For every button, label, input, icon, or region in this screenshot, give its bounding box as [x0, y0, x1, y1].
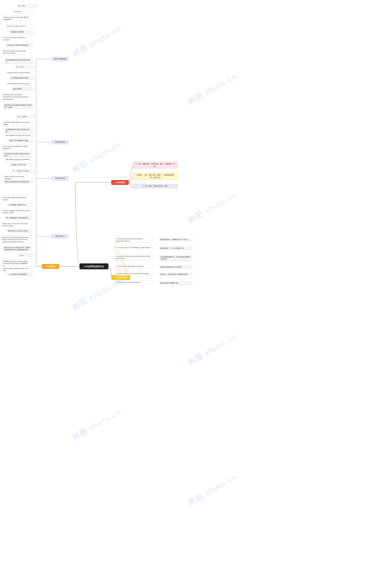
zh-procession: 他跑去看游行。 [11, 87, 34, 91]
branch-usage: rush的用法 [42, 264, 59, 269]
example-5-zh: 想到这点，他突然感到一阵强烈的恐慌。 [159, 273, 192, 276]
example-6-en: 6. A rush of air on my face woke me. [114, 281, 152, 284]
example-3-en: 3. During the evening rush hour it was o… [114, 254, 152, 260]
zh-slow-down: 别急急忙忙,慢慢来。 [10, 30, 35, 34]
sentence-breakfast: Don't rush your breakfast; you'll get in… [1, 145, 32, 150]
zh-wagons: 人们向着前三辆货车奔去。 [7, 203, 32, 207]
formula-intrans-2: S+ – +to-v [15, 65, 36, 69]
zh-rushed-home: 然后,她急匆匆赶回家,把消息告诉家人。 [4, 58, 32, 64]
branch-examples: rush的用法例句 [111, 275, 130, 280]
zh-space-prog: 新的大空计划一经批准,许多厂商就竞相向政府争取可以大赚其钱的合同。 [3, 246, 32, 252]
zh-buy-shares: 人们抢着购买股份交股票。 [10, 76, 35, 80]
sentence-new-film: There's been a rush to see the new film. [2, 267, 32, 273]
sentence-shoppers: The first shoppers made a rush for the b… [1, 209, 32, 215]
zh-accident: 不要这么赶,否则你可能会出事。 [6, 43, 33, 47]
formula-ditrans: S+ – +pron./n.+n./pron. [11, 169, 38, 173]
zh-shoppers: 第一批顾客涌向了减价商品柜台。 [5, 216, 32, 220]
svg-line-20 [152, 267, 159, 267]
zh-indians: 印第安人冲进了村落。 [10, 163, 32, 167]
watermark-6: 树图 shutu.cn [186, 331, 239, 368]
zh-exits: 电影结束后,人流向出口涌去。 [7, 229, 32, 233]
sentence-mr-watts: Mr.Watts has been no rush to give a reci… [1, 260, 32, 268]
root-node: rush的用法总结大全 [80, 263, 108, 269]
label-noun: 用作名词(n.) [52, 234, 68, 238]
example-2-en: 2. I've got to rush. Got a meeting in a … [114, 246, 152, 249]
sentence-accident: Do not rush or you may have an accident. [2, 36, 31, 42]
watermark-1: 树图 shutu.cn [70, 23, 123, 59]
watermark-4: 树图 shutu.cn [186, 189, 239, 226]
formula-intrans-1: S+ –(+A) [17, 4, 38, 8]
example-2-zh: 我得赶紧走了。几分钟后要开个会。 [159, 246, 192, 250]
zh-frost: 就在霜冻之前,各地的农民都急忙往地里浇了一遍水。 [3, 103, 33, 109]
sentence-please-rush: Please rush me your current catalogue. [3, 175, 32, 181]
svg-line-8 [129, 166, 133, 182]
sentence-people-rushed: People rushed to buy the shares. [6, 71, 35, 74]
zh-breakfast: 不要急急忙忙吃早饭,不然你会消化不良的。 [3, 152, 32, 158]
zh-new-film: 人们争先恐后去看新摄影片。 [7, 273, 32, 276]
sentence-plenty-time: We have plenty of time.别忙,我们有充裕的时间。 [2, 16, 31, 21]
meaning-vt: vt.突袭；（使）仓促行事；催促；（为物色招募目的）特别关注 [133, 173, 178, 179]
watermark-7: 树图 shutu.cn [70, 407, 123, 443]
watermark-8: 树图 shutu.cn [186, 472, 239, 508]
example-5-en: 5. He felt a sudden rush of panic at the… [114, 272, 152, 275]
sentence-dont-rush: Don't rush. [13, 10, 35, 13]
example-1-zh: 我真不想催你，但我稍后还有一个约会。 [159, 238, 192, 242]
formula-noun-tov: – +to-v [17, 253, 34, 257]
sentence-rushed-home: Then she rushed home to tell the news to… [1, 49, 31, 55]
example-6-zh: 脸上吹过的气流惊醒了我。 [159, 281, 192, 285]
sentence-take-while: It will take a little while, we can't ru… [2, 121, 32, 126]
sentence-frost: Just before the frost farmers everywhere… [1, 93, 32, 101]
sentence-rush-made: A rush was made at the first three wagon… [1, 196, 32, 202]
connector-lines [0, 0, 370, 588]
mind-map: 树图 shutu.cn 树图 shutu.cn 树图 shutu.cn 树图 s… [0, 0, 370, 588]
svg-line-21 [152, 274, 159, 275]
sentence-exits: There was a rush for the exits when the … [1, 222, 32, 228]
label-intransitive: 用作不及物动词 [52, 57, 68, 61]
example-4-zh: 我得在交通高峰时间行车8英里。 [159, 265, 192, 269]
example-1-en: 1. I hate to rush you but I have another… [114, 237, 152, 243]
formula-trans-1: S+ – n./pron. [17, 115, 38, 118]
svg-line-19 [152, 258, 159, 258]
sentence-he-rushed: He rushed to see the procession. [6, 82, 35, 85]
svg-line-10 [129, 182, 133, 188]
svg-line-17 [152, 240, 159, 240]
sentence-indians: The Indians rushed the settlement. [4, 158, 33, 161]
sentence-space-prog: When the new space programme was agreed,… [1, 236, 32, 244]
example-3-zh: 在交通的晚高峰时段，这里通常被车辆堵得水泄不通。 [159, 255, 192, 261]
branch-meaning: rush的意思 [111, 180, 129, 185]
label-transitive: 用作及物动词 [52, 140, 68, 144]
zh-catalogue: 请将你们现有的目录尽速寄来为盼。 [4, 180, 32, 184]
example-4-en: 4. I had to drive eight miles at rush ho… [114, 264, 152, 268]
zh-this-work: 这种工作不能匆匆忙忙地做。 [8, 139, 33, 142]
label-ditransitive: 用作双宾动词 [52, 176, 68, 180]
sentence-take-time: Don't rush, take your time. [6, 24, 35, 28]
watermark-3: 树图 shutu.cn [70, 139, 123, 175]
svg-line-9 [129, 177, 133, 182]
meaning-n: n. 冲；匆忙；繁忙的活动；涌动 [133, 184, 178, 188]
zh-cant-rush: 这需要花些时间,我们不不能仓促行事。 [4, 128, 32, 134]
svg-line-22 [152, 283, 159, 283]
meaning-vi: vi.（使）急速行进；仓促完成；猛攻；急速流动；冲刷； [133, 162, 178, 168]
sentence-shouldnt-rush: You shouldn't rush this sort of work. [4, 134, 33, 137]
watermark-2: 树图 shutu.cn [186, 71, 239, 107]
